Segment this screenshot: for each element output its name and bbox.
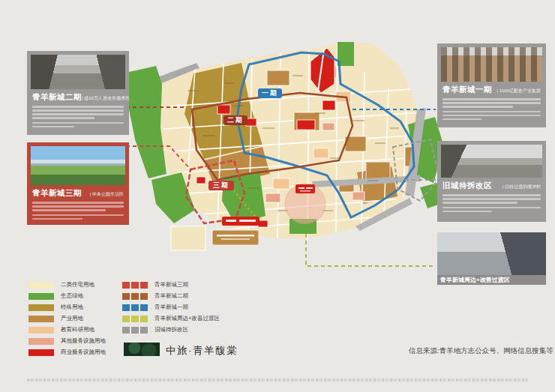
card-phase1-body2 (442, 111, 541, 121)
card-phase3-body2 (32, 214, 124, 220)
rail-port-banners (171, 217, 260, 250)
legend-label: 青羊新城周边+改善过渡区 (154, 315, 220, 322)
info-source-text: 信息来源:青羊地方志公众号、网络信息搜集等 (409, 346, 554, 356)
phase3-label-pill: 三期 (208, 181, 234, 190)
card-phase2-title: 青羊新城二期 (32, 92, 82, 103)
legend-label: 二类住宅用地 (61, 281, 94, 289)
periphery-photo (437, 232, 546, 275)
card-phase3-title: 青羊新城三期 (32, 188, 82, 199)
legend-zone-swatch (122, 282, 148, 289)
card-oldtown-subtitle: | 仍待过渡的缓冲村 (502, 184, 541, 190)
legend-label: 教育科研用地 (61, 326, 94, 334)
legend-zone-swatch (122, 316, 148, 322)
card-periphery-title: 青羊新城周边+改善过渡区 (437, 275, 546, 285)
card-oldtown: 旧城待拆改区 | 仍待过渡的缓冲村 (437, 141, 546, 222)
phase3-photo (31, 146, 125, 185)
card-phase1-body (442, 98, 541, 108)
phase2-photo (31, 55, 125, 89)
card-oldtown-title: 旧城待拆改区 (442, 181, 492, 191)
brand-logo-text: 中旅·青羊馥棠 (166, 344, 238, 358)
card-phase2-body (32, 106, 124, 119)
card-phase2-body2 (32, 122, 124, 128)
legend-swatch (28, 338, 54, 345)
fine-print-strip (27, 379, 528, 382)
phase1-label-pill: 一期 (258, 88, 282, 98)
card-phase3: 青羊新城三期 | 中央公园生活区 (27, 142, 129, 225)
card-phase1: 青羊新城一期 | 1000亿配套产业集群 (437, 43, 546, 127)
card-phase1-subtitle: | 1000亿配套产业集群 (496, 88, 541, 94)
legend-label: 生态绿地 (61, 292, 83, 300)
poster-page: 一期 二期 三期 青羊新城二期 | 超20万人居改善需求区 青羊新城三期 | 中… (0, 0, 555, 392)
legend-swatch (28, 304, 54, 311)
legend-label: 其他服务设施用地 (61, 337, 106, 345)
legend-zone-swatch (122, 293, 148, 300)
card-periphery: 青羊新城周边+改善过渡区 (437, 232, 546, 285)
legend-label: 青羊新城一期 (154, 304, 188, 311)
phase1-photo (441, 47, 542, 82)
brand-logo-image (124, 343, 160, 356)
legend-zone-swatch (122, 327, 148, 334)
card-phase2: 青羊新城二期 | 超20万人居改善需求区 (27, 51, 129, 135)
card-phase3-body (32, 202, 124, 211)
project-site-highlight (285, 184, 326, 224)
oldtown-photo (441, 145, 542, 178)
card-oldtown-body (442, 194, 541, 204)
legend-swatch (28, 349, 54, 356)
card-phase1-title: 青羊新城一期 (442, 85, 492, 95)
legend-label: 旧城待拆改区 (154, 326, 188, 334)
card-phase2-subtitle: | 超20万人居改善需求区 (82, 95, 130, 102)
legend-swatch (28, 282, 54, 289)
legend-swatch (28, 316, 54, 322)
legend-label: 青羊新城三期 (154, 281, 188, 289)
legend-swatch (28, 327, 54, 334)
legend-label: 青羊新城二期 (154, 292, 188, 300)
legend-swatch (28, 293, 54, 300)
legend-zone-swatch (122, 304, 148, 311)
card-phase3-subtitle: | 中央公园生活区 (90, 191, 124, 198)
legend-label: 商业服务设施用地 (61, 349, 106, 356)
legend-label: 产业用地 (61, 315, 83, 322)
card-oldtown-body2 (442, 207, 541, 213)
phase2-label-pill: 二期 (224, 115, 248, 125)
legend-label: 特殊用地 (61, 304, 83, 311)
